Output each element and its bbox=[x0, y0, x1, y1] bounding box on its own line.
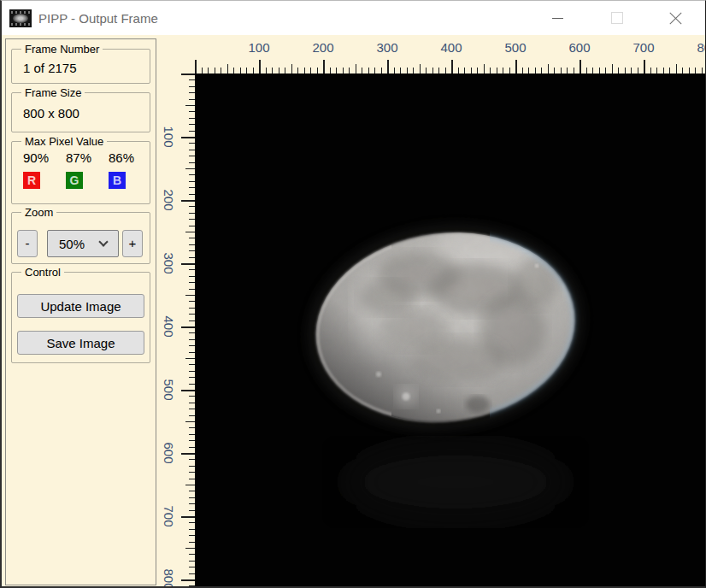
ruler-tick bbox=[189, 364, 195, 365]
ruler-tick bbox=[189, 554, 195, 555]
ruler-label: 300 bbox=[162, 252, 176, 273]
ruler-tick bbox=[631, 68, 632, 74]
ruler-tick bbox=[669, 68, 670, 74]
ruler-tick bbox=[185, 168, 195, 169]
zoom-label: Zoom bbox=[21, 206, 56, 219]
ruler-label: 600 bbox=[568, 40, 590, 55]
ruler-tick bbox=[445, 68, 446, 74]
ruler-tick bbox=[420, 64, 421, 74]
titlebar: PIPP - Output Frame bbox=[2, 1, 705, 35]
ruler-label: 400 bbox=[440, 40, 462, 55]
ruler-tick bbox=[185, 232, 195, 232]
ruler-tick bbox=[189, 466, 195, 467]
ruler-tick bbox=[356, 64, 356, 74]
ruler-tick bbox=[189, 339, 195, 340]
ruler-tick bbox=[272, 68, 273, 74]
ruler-tick bbox=[181, 137, 195, 138]
zoom-level-dropdown[interactable]: 50% bbox=[47, 230, 119, 257]
ruler-tick bbox=[291, 64, 292, 74]
ruler-tick bbox=[189, 522, 195, 523]
frame-size-group: Frame Size 800 x 800 bbox=[11, 92, 150, 132]
ruler-tick bbox=[407, 68, 408, 74]
ruler-tick bbox=[413, 68, 414, 74]
ruler-tick bbox=[189, 187, 195, 188]
red-channel-column: 90% R bbox=[21, 150, 64, 189]
ruler-tick bbox=[189, 269, 195, 270]
ruler-tick bbox=[189, 276, 195, 277]
ruler-tick bbox=[189, 162, 195, 163]
ruler-label: 800 bbox=[697, 40, 705, 55]
ruler-tick bbox=[509, 68, 510, 74]
ruler-tick bbox=[259, 60, 261, 74]
ruler-tick bbox=[202, 68, 203, 74]
ruler-tick bbox=[185, 358, 195, 359]
zoom-out-button[interactable]: - bbox=[17, 230, 38, 257]
ruler-tick bbox=[644, 60, 645, 74]
ruler-tick bbox=[189, 118, 195, 119]
ruler-tick bbox=[471, 68, 472, 74]
sidebar: Frame Number 1 of 2175 Frame Size 800 x … bbox=[5, 38, 156, 585]
ruler-tick bbox=[189, 472, 195, 473]
ruler-tick bbox=[189, 497, 195, 498]
ruler-label: 200 bbox=[162, 189, 176, 210]
ruler-tick bbox=[189, 479, 195, 479]
ruler-tick bbox=[189, 352, 195, 353]
ruler-tick bbox=[317, 68, 318, 74]
ruler-tick bbox=[185, 548, 195, 549]
ruler-tick bbox=[189, 567, 195, 567]
minimize-button[interactable] bbox=[528, 1, 587, 35]
ruler-tick bbox=[221, 68, 221, 74]
ruler-tick bbox=[458, 68, 459, 74]
ruler-tick bbox=[189, 529, 195, 530]
ruler-tick bbox=[625, 68, 626, 74]
ruler-label: 500 bbox=[162, 379, 176, 400]
ruler-label: 700 bbox=[162, 505, 176, 526]
ruler-tick bbox=[330, 68, 331, 74]
ruler-tick bbox=[185, 421, 195, 422]
ruler-tick bbox=[189, 320, 195, 321]
update-image-button[interactable]: Update Image bbox=[17, 294, 144, 318]
ruler-tick bbox=[438, 68, 439, 74]
pipp-app-icon bbox=[9, 9, 32, 27]
ruler-tick bbox=[586, 68, 587, 74]
ruler-tick bbox=[189, 131, 195, 132]
ruler-label: 200 bbox=[312, 40, 333, 55]
ruler-tick bbox=[189, 503, 195, 504]
ruler-tick bbox=[599, 68, 600, 74]
ruler-tick bbox=[612, 64, 613, 74]
ruler-tick bbox=[336, 68, 337, 74]
close-button[interactable] bbox=[646, 1, 705, 35]
ruler-tick bbox=[181, 74, 195, 75]
green-max-percent: 87% bbox=[64, 150, 107, 165]
ruler-tick bbox=[189, 345, 195, 346]
ruler-tick bbox=[682, 68, 683, 74]
window-title: PIPP - Output Frame bbox=[38, 11, 158, 26]
ruler-label: 100 bbox=[162, 126, 176, 147]
ruler-tick bbox=[349, 68, 350, 74]
ruler-tick bbox=[189, 111, 195, 112]
ruler-tick bbox=[189, 396, 195, 397]
save-image-button[interactable]: Save Image bbox=[17, 331, 144, 355]
ruler-tick bbox=[497, 68, 497, 74]
ruler-tick bbox=[181, 390, 195, 391]
ruler-tick bbox=[554, 68, 555, 74]
ruler-tick bbox=[215, 68, 215, 74]
window-controls bbox=[528, 1, 705, 35]
ruler-tick bbox=[189, 384, 195, 385]
ruler-label: 800 bbox=[162, 568, 176, 586]
ruler-tick bbox=[189, 409, 195, 409]
ruler-tick bbox=[189, 213, 195, 214]
ruler-tick bbox=[567, 68, 568, 74]
ruler-tick bbox=[189, 156, 195, 156]
ruler-tick bbox=[515, 60, 517, 74]
ruler-label: 400 bbox=[162, 315, 176, 337]
ruler-tick bbox=[208, 68, 209, 74]
maximize-button[interactable] bbox=[587, 1, 646, 35]
ruler-tick bbox=[185, 105, 195, 106]
ruler-tick bbox=[189, 79, 195, 80]
frame-size-label: Frame Size bbox=[21, 86, 85, 99]
ruler-tick bbox=[535, 68, 536, 74]
zoom-in-button[interactable]: + bbox=[122, 230, 143, 257]
lens-icon bbox=[13, 14, 28, 23]
ruler-tick bbox=[189, 174, 195, 175]
